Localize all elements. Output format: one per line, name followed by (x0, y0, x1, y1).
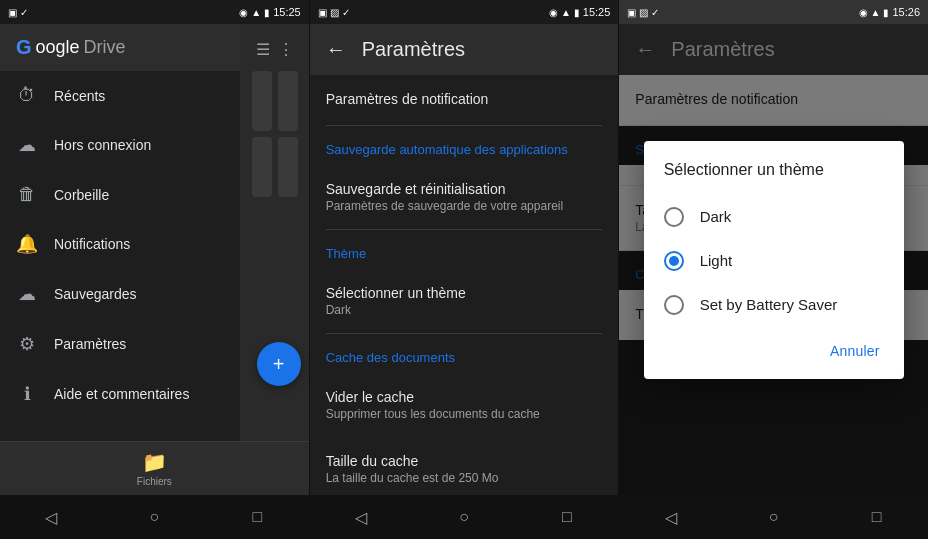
tab-bar-1: 📁 Fichiers (0, 441, 309, 495)
dialog-actions: Annuler (644, 327, 904, 371)
setting-clear-cache-title: Vider le cache (326, 389, 603, 405)
file-card-3 (252, 137, 272, 197)
recents-button-2[interactable]: □ (547, 497, 587, 537)
status-right-1: ◉ ▲ ▮ 15:25 (239, 6, 300, 18)
wifi-icon-3: ▲ (871, 7, 881, 18)
radio-circle-light (664, 251, 684, 271)
settings-title-2: Paramètres (362, 38, 465, 61)
status-right-2: ◉ ▲ ▮ 15:25 (549, 6, 610, 18)
menu-item-recents[interactable]: ⏱ Récents (0, 71, 240, 120)
status-right-3: ◉ ▲ ▮ 15:26 (859, 6, 920, 18)
section-header-backup: Sauvegarde automatique des applications (310, 126, 619, 165)
drive-logo: G oogle Drive (16, 36, 126, 59)
menu-item-help[interactable]: ℹ Aide et commentaires (0, 369, 240, 419)
help-icon: ℹ (16, 383, 38, 405)
signal-icon-3: ◉ (859, 7, 868, 18)
recents-button-1[interactable]: □ (237, 497, 277, 537)
radio-label-dark: Dark (700, 208, 732, 225)
home-button-1[interactable]: ○ (134, 497, 174, 537)
cancel-button[interactable]: Annuler (818, 335, 892, 367)
status-bar-1: ▣ ✓ ◉ ▲ ▮ 15:25 (0, 0, 309, 24)
storage-text: Espace de stockage 1,7 Go sur 17,0 Go ut… (54, 439, 196, 441)
phone3: ▣ ▨ ✓ ◉ ▲ ▮ 15:26 ← Paramètres Paramètre… (619, 0, 928, 539)
menu-item-backups[interactable]: ☁ Sauvegardes (0, 269, 240, 319)
notifications-icon: 🔔 (16, 233, 38, 255)
status-bar-2: ▣ ▨ ✓ ◉ ▲ ▮ 15:25 (310, 0, 619, 24)
image-icon-2: ▨ (330, 7, 339, 18)
setting-clear-cache[interactable]: Vider le cache Supprimer tous les docume… (310, 373, 619, 437)
nav-bar-2: ◁ ○ □ (310, 495, 619, 539)
menu-item-trash[interactable]: 🗑 Corbeille (0, 170, 240, 219)
phone3-content: ← Paramètres Paramètres de notification … (619, 24, 928, 495)
radio-battery[interactable]: Set by Battery Saver (644, 283, 904, 327)
setting-backup[interactable]: Sauvegarde et réinitialisation Paramètre… (310, 165, 619, 229)
nav-bar-1: ◁ ○ □ (0, 495, 309, 539)
help-label: Aide et commentaires (54, 386, 189, 402)
notifications-label: Notifications (54, 236, 130, 252)
setting-notif[interactable]: Paramètres de notification (310, 75, 619, 125)
radio-circle-battery (664, 295, 684, 315)
status-left-2: ▣ ▨ ✓ (318, 7, 350, 18)
battery-icon: ▮ (264, 7, 270, 18)
drive-main-content: ☰ ⋮ + (240, 24, 309, 441)
checkmark-icon-2: ✓ (342, 7, 350, 18)
settings-label: Paramètres (54, 336, 126, 352)
signal-icon: ◉ (239, 7, 248, 18)
notification-icon-3: ▣ (627, 7, 636, 18)
peek-topbar: ☰ ⋮ (248, 32, 302, 67)
status-left-1: ▣ ✓ (8, 7, 28, 18)
theme-dialog: Sélectionner un thème Dark Light Set b (644, 141, 904, 379)
section-header-theme: Thème (310, 230, 619, 269)
dialog-overlay: Sélectionner un thème Dark Light Set b (619, 24, 928, 495)
back-button-3[interactable]: ◁ (651, 497, 691, 537)
phone1: ▣ ✓ ◉ ▲ ▮ 15:25 G oogle Drive ⏱ Ré (0, 0, 309, 539)
settings-content-2: ← Paramètres Paramètres de notification … (310, 24, 619, 495)
signal-icon-2: ◉ (549, 7, 558, 18)
radio-light[interactable]: Light (644, 239, 904, 283)
notification-icon-2: ▣ (318, 7, 327, 18)
tab-files[interactable]: 📁 Fichiers (129, 446, 180, 491)
setting-cache-size[interactable]: Taille du cache La taille du cache est d… (310, 437, 619, 495)
status-time-3: 15:26 (892, 6, 920, 18)
trash-icon: 🗑 (16, 184, 38, 205)
wifi-icon: ▲ (251, 7, 261, 18)
status-time-2: 15:25 (583, 6, 611, 18)
back-arrow-2[interactable]: ← (326, 38, 346, 61)
setting-theme[interactable]: Sélectionner un thème Dark (310, 269, 619, 333)
wifi-icon-2: ▲ (561, 7, 571, 18)
phone2: ▣ ▨ ✓ ◉ ▲ ▮ 15:25 ← Paramètres Paramètre… (309, 0, 620, 539)
setting-clear-cache-sub: Supprimer tous les documents du cache (326, 407, 603, 421)
setting-theme-sub: Dark (326, 303, 603, 317)
settings-icon: ⚙ (16, 333, 38, 355)
recents-button-3[interactable]: □ (857, 497, 897, 537)
home-button-2[interactable]: ○ (444, 497, 484, 537)
backups-label: Sauvegardes (54, 286, 137, 302)
setting-backup-title: Sauvegarde et réinitialisation (326, 181, 603, 197)
radio-dark[interactable]: Dark (644, 195, 904, 239)
backups-icon: ☁ (16, 283, 38, 305)
fab-button[interactable]: + (257, 342, 301, 386)
recents-label: Récents (54, 88, 105, 104)
status-time-1: 15:25 (273, 6, 301, 18)
checkmark-icon: ✓ (20, 7, 28, 18)
drive-sidebar: G oogle Drive ⏱ Récents ☁ Hors connexion… (0, 24, 240, 441)
setting-cache-size-sub: La taille du cache est de 250 Mo (326, 471, 603, 485)
drive-header: G oogle Drive (0, 24, 240, 71)
file-card-1 (252, 71, 272, 131)
nav-bar-3: ◁ ○ □ (619, 495, 928, 539)
settings-header-2: ← Paramètres (310, 24, 619, 75)
home-button-3[interactable]: ○ (754, 497, 794, 537)
back-button-1[interactable]: ◁ (31, 497, 71, 537)
status-bar-3: ▣ ▨ ✓ ◉ ▲ ▮ 15:26 (619, 0, 928, 24)
back-button-2[interactable]: ◁ (341, 497, 381, 537)
menu-item-storage[interactable]: ≡ Espace de stockage 1,7 Go sur 17,0 Go … (0, 427, 240, 441)
setting-cache-size-title: Taille du cache (326, 453, 603, 469)
menu-item-notifications[interactable]: 🔔 Notifications (0, 219, 240, 269)
menu-item-offline[interactable]: ☁ Hors connexion (0, 120, 240, 170)
section-header-cache: Cache des documents (310, 334, 619, 373)
drive-text: Drive (84, 37, 126, 58)
setting-backup-sub: Paramètres de sauvegarde de votre appare… (326, 199, 603, 213)
file-card-2 (278, 71, 298, 131)
offline-label: Hors connexion (54, 137, 151, 153)
menu-item-settings[interactable]: ⚙ Paramètres (0, 319, 240, 369)
